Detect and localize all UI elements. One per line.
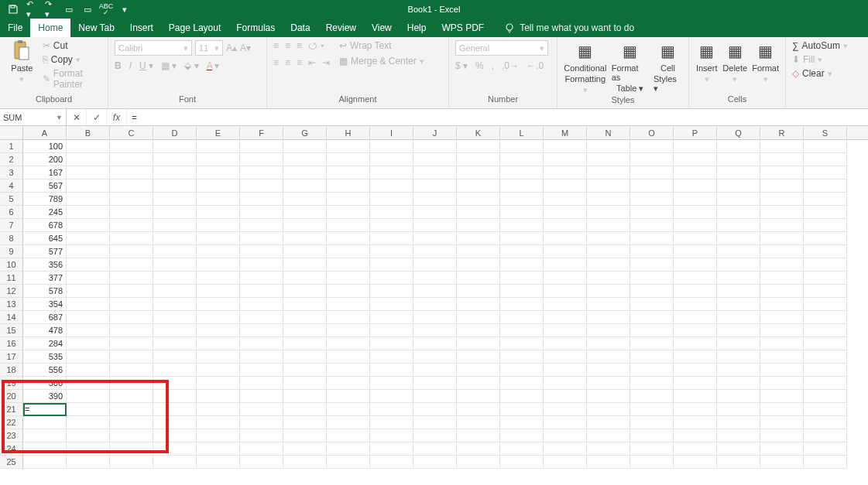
cell-I2[interactable] bbox=[370, 153, 413, 166]
cell-N8[interactable] bbox=[587, 232, 630, 245]
cell-L7[interactable] bbox=[500, 219, 544, 232]
cell-J23[interactable] bbox=[413, 429, 457, 442]
cell-D6[interactable] bbox=[153, 206, 197, 219]
cell-B13[interactable] bbox=[67, 298, 110, 311]
cell-M5[interactable] bbox=[544, 193, 587, 206]
cell-A25[interactable] bbox=[23, 456, 67, 469]
cell-F8[interactable] bbox=[240, 232, 283, 245]
undo-icon[interactable]: ↶ ▾ bbox=[26, 4, 37, 15]
cell-S4[interactable] bbox=[804, 179, 847, 193]
cell-D19[interactable] bbox=[153, 377, 197, 390]
cell-K18[interactable] bbox=[457, 364, 500, 377]
cell-S24[interactable] bbox=[804, 442, 847, 456]
cell-G14[interactable] bbox=[283, 311, 327, 324]
cell-D11[interactable] bbox=[153, 272, 197, 285]
cell-A6[interactable]: 245 bbox=[23, 206, 67, 219]
cell-Q14[interactable] bbox=[717, 311, 760, 324]
cell-F4[interactable] bbox=[240, 179, 283, 193]
spellcheck-icon[interactable]: ABC✓ bbox=[101, 4, 112, 15]
qat-more-icon[interactable]: ▾ bbox=[119, 4, 130, 15]
cell-D20[interactable] bbox=[153, 390, 197, 403]
col-header-S[interactable]: S bbox=[804, 126, 847, 139]
cell-R10[interactable] bbox=[760, 258, 804, 272]
cell-F5[interactable] bbox=[240, 193, 283, 206]
cell-C9[interactable] bbox=[110, 245, 153, 258]
cell-I5[interactable] bbox=[370, 193, 413, 206]
cell-O18[interactable] bbox=[630, 364, 674, 377]
cell-N2[interactable] bbox=[587, 153, 630, 166]
cell-M20[interactable] bbox=[544, 390, 587, 403]
cell-E17[interactable] bbox=[197, 350, 240, 364]
cell-O22[interactable] bbox=[630, 416, 674, 429]
cell-E4[interactable] bbox=[197, 179, 240, 193]
cell-B2[interactable] bbox=[67, 153, 110, 166]
cell-J15[interactable] bbox=[413, 324, 457, 337]
cell-E18[interactable] bbox=[197, 364, 240, 377]
cell-I7[interactable] bbox=[370, 219, 413, 232]
cell-A21[interactable]: = bbox=[23, 403, 67, 416]
cell-I10[interactable] bbox=[370, 258, 413, 272]
border-button[interactable]: ▦ ▾ bbox=[161, 60, 177, 71]
cell-B23[interactable] bbox=[67, 429, 110, 442]
row-header-19[interactable]: 19 bbox=[0, 377, 23, 390]
cell-J1[interactable] bbox=[413, 140, 457, 153]
cell-L12[interactable] bbox=[500, 285, 544, 298]
cell-J21[interactable] bbox=[413, 403, 457, 416]
cell-M13[interactable] bbox=[544, 298, 587, 311]
cell-C20[interactable] bbox=[110, 390, 153, 403]
cell-P22[interactable] bbox=[674, 416, 717, 429]
cell-S13[interactable] bbox=[804, 298, 847, 311]
cell-D21[interactable] bbox=[153, 403, 197, 416]
cell-R5[interactable] bbox=[760, 193, 804, 206]
cell-O2[interactable] bbox=[630, 153, 674, 166]
cell-K19[interactable] bbox=[457, 377, 500, 390]
cell-C16[interactable] bbox=[110, 337, 153, 350]
orientation-icon[interactable]: ⭯ ▾ bbox=[308, 40, 324, 51]
cell-E14[interactable] bbox=[197, 311, 240, 324]
cell-J6[interactable] bbox=[413, 206, 457, 219]
cell-M17[interactable] bbox=[544, 350, 587, 364]
cell-D10[interactable] bbox=[153, 258, 197, 272]
cell-P9[interactable] bbox=[674, 245, 717, 258]
cell-R6[interactable] bbox=[760, 206, 804, 219]
cell-H4[interactable] bbox=[327, 179, 370, 193]
cell-O10[interactable] bbox=[630, 258, 674, 272]
cell-E24[interactable] bbox=[197, 442, 240, 456]
cell-M2[interactable] bbox=[544, 153, 587, 166]
cell-R9[interactable] bbox=[760, 245, 804, 258]
cell-K7[interactable] bbox=[457, 219, 500, 232]
cell-S7[interactable] bbox=[804, 219, 847, 232]
cell-L3[interactable] bbox=[500, 166, 544, 179]
cell-A3[interactable]: 167 bbox=[23, 166, 67, 179]
cell-L5[interactable] bbox=[500, 193, 544, 206]
cell-E13[interactable] bbox=[197, 298, 240, 311]
cell-E21[interactable] bbox=[197, 403, 240, 416]
cell-S3[interactable] bbox=[804, 166, 847, 179]
cell-E15[interactable] bbox=[197, 324, 240, 337]
cell-B7[interactable] bbox=[67, 219, 110, 232]
cell-R8[interactable] bbox=[760, 232, 804, 245]
col-header-G[interactable]: G bbox=[283, 126, 327, 139]
font-name-select[interactable]: Calibri▾ bbox=[115, 40, 192, 56]
cell-C24[interactable] bbox=[110, 442, 153, 456]
increase-font-icon[interactable]: A▴ bbox=[226, 43, 237, 53]
cell-Q4[interactable] bbox=[717, 179, 760, 193]
cell-S6[interactable] bbox=[804, 206, 847, 219]
align-middle-icon[interactable]: ≡ bbox=[285, 40, 290, 51]
cell-N17[interactable] bbox=[587, 350, 630, 364]
cell-E20[interactable] bbox=[197, 390, 240, 403]
cell-P7[interactable] bbox=[674, 219, 717, 232]
cell-R13[interactable] bbox=[760, 298, 804, 311]
cell-G21[interactable] bbox=[283, 403, 327, 416]
cell-Q9[interactable] bbox=[717, 245, 760, 258]
cell-H6[interactable] bbox=[327, 206, 370, 219]
cell-C5[interactable] bbox=[110, 193, 153, 206]
cell-S9[interactable] bbox=[804, 245, 847, 258]
cell-Q3[interactable] bbox=[717, 166, 760, 179]
cell-C6[interactable] bbox=[110, 206, 153, 219]
cell-K8[interactable] bbox=[457, 232, 500, 245]
tab-insert[interactable]: Insert bbox=[122, 19, 161, 37]
cell-P23[interactable] bbox=[674, 429, 717, 442]
cell-B1[interactable] bbox=[67, 140, 110, 153]
cell-S25[interactable] bbox=[804, 456, 847, 469]
